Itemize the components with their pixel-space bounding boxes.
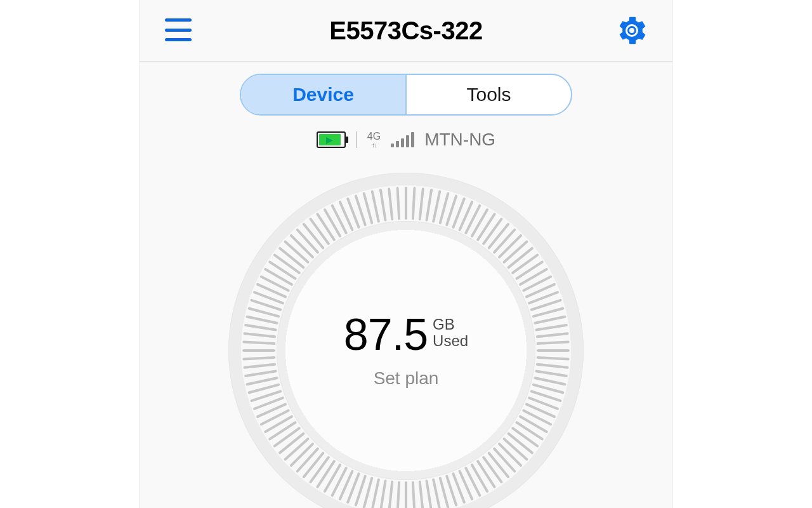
data-arrows-icon: ↑↓: [372, 142, 376, 149]
settings-button[interactable]: [617, 15, 647, 46]
menu-icon[interactable]: [165, 18, 192, 41]
usage-value: 87.5: [344, 312, 428, 357]
usage-label: Used: [433, 333, 468, 349]
gear-icon: [617, 15, 647, 46]
tab-tools[interactable]: Tools: [405, 75, 571, 114]
app-container: E5573Cs-322 Device Tools ▶ 4G ↑↓ MTN-NG: [140, 0, 672, 508]
usage-unit: GB: [433, 316, 468, 333]
gauge-inner: 87.5 GB Used Set plan: [277, 221, 535, 480]
network-type-label: 4G ↑↓: [367, 131, 381, 149]
carrier-name: MTN-NG: [424, 130, 495, 150]
divider: [356, 131, 357, 148]
tab-segmented-control: Device Tools: [240, 74, 572, 116]
usage-readout: 87.5 GB Used: [344, 312, 468, 357]
battery-icon: ▶: [317, 131, 346, 148]
usage-gauge[interactable]: 87.5 GB Used Set plan: [228, 173, 584, 508]
signal-bars-icon: [391, 132, 414, 147]
device-title: E5573Cs-322: [329, 17, 482, 45]
set-plan-link[interactable]: Set plan: [374, 368, 439, 389]
status-row: ▶ 4G ↑↓ MTN-NG: [140, 130, 672, 150]
tab-device[interactable]: Device: [241, 75, 405, 114]
header-bar: E5573Cs-322: [140, 0, 672, 62]
